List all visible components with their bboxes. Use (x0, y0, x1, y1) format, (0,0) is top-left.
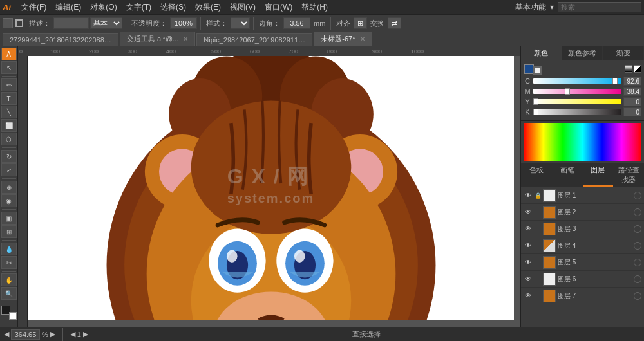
style-select[interactable] (231, 17, 250, 29)
layer-eye-4[interactable]: 👁 (524, 241, 533, 250)
channel-y-input[interactable] (623, 97, 641, 106)
color-spectrum[interactable] (524, 123, 641, 161)
tool-mesh[interactable]: ⊞ (1, 225, 17, 238)
layers-tab-brushes[interactable]: 画笔 (552, 163, 583, 187)
layer-circle-4[interactable] (634, 242, 641, 250)
menu-text[interactable]: 文字(T) (122, 1, 155, 14)
tab-close-3[interactable]: ✕ (360, 35, 365, 42)
zoom-input[interactable] (11, 329, 40, 340)
swap-button[interactable]: ⇄ (388, 17, 401, 29)
layers-tab-pathfinder[interactable]: 路径查找器 (613, 163, 644, 187)
menu-view[interactable]: 视图(V) (226, 1, 260, 14)
tool-zoom[interactable]: 🔍 (1, 287, 17, 300)
canvas-area[interactable]: 0 100 200 300 400 500 600 700 800 900 10… (18, 46, 520, 327)
layer-eye-7[interactable]: 👁 (524, 291, 533, 300)
tool-hand[interactable]: ✋ (1, 273, 17, 286)
layers-tab-swatches[interactable]: 色板 (521, 163, 552, 187)
canvas-document[interactable]: G X / 网 system.com (28, 56, 514, 320)
fill-color-swatch[interactable] (3, 18, 13, 28)
panel-tab-color-ref[interactable]: 颜色参考 (562, 46, 603, 60)
menu-effect[interactable]: 效果(E) (191, 1, 225, 14)
menu-object[interactable]: 对象(O) (86, 1, 120, 14)
channel-k-input[interactable] (623, 107, 641, 116)
layer-circle-2[interactable] (634, 208, 641, 216)
layers-tab-layers[interactable]: 图层 (583, 163, 614, 187)
layer-row-7[interactable]: 👁 图层 7 (521, 288, 644, 304)
layer-row-5[interactable]: 👁 图层 5 (521, 254, 644, 271)
layer-circle-1[interactable] (634, 192, 641, 199)
channel-c-thumb[interactable] (612, 78, 618, 84)
layer-row-6[interactable]: 👁 图层 6 (521, 271, 644, 288)
tool-rect[interactable]: ⬜ (1, 119, 17, 132)
menu-edit[interactable]: 编辑(E) (52, 1, 85, 14)
prev-page-btn[interactable]: ◀ (70, 330, 75, 338)
layer-eye-5[interactable]: 👁 (524, 258, 533, 267)
stroke-color-swatch[interactable] (15, 19, 23, 27)
channel-k-track[interactable] (533, 109, 621, 115)
search-input[interactable] (558, 2, 641, 12)
ruler-top: 0 100 200 300 400 500 600 700 800 900 10… (18, 46, 520, 56)
layer-circle-6[interactable] (634, 275, 641, 283)
layer-row-1[interactable]: 👁 🔒 图层 1 (521, 187, 644, 204)
bg-color[interactable] (9, 312, 17, 320)
menu-select[interactable]: 选择(S) (156, 1, 190, 14)
channel-c-track[interactable] (533, 78, 621, 84)
menu-help[interactable]: 帮助(H) (298, 1, 332, 14)
tool-scale[interactable]: ⤢ (1, 163, 17, 176)
layer-eye-1[interactable]: 👁 (524, 191, 533, 200)
panel-tab-color[interactable]: 颜色 (521, 46, 562, 60)
zoom-out-btn[interactable]: ◀ (4, 330, 9, 338)
tool-paintbrush[interactable]: ⬡ (1, 133, 17, 145)
channel-c-input[interactable] (623, 77, 641, 86)
stroke-input[interactable] (53, 17, 89, 29)
tab-3[interactable]: 未标题-67* ✕ (314, 32, 372, 46)
tool-select[interactable]: A (1, 48, 17, 60)
channel-m-row: M (524, 87, 641, 96)
tool-scissors[interactable]: ✂ (1, 256, 17, 269)
tool-direct-select[interactable]: ↖ (1, 61, 17, 74)
workspace-dropdown-icon[interactable]: ▾ (550, 3, 554, 12)
menu-file[interactable]: 文件(F) (17, 1, 50, 14)
bg-swatch-panel[interactable] (533, 66, 542, 75)
color-swatches[interactable] (1, 306, 17, 320)
menu-window[interactable]: 窗口(W) (261, 1, 296, 14)
layer-circle-5[interactable] (634, 259, 641, 266)
zoom-in-btn[interactable]: ▶ (50, 330, 55, 338)
tool-warp[interactable]: ⊕ (1, 181, 17, 194)
tool-gradient[interactable]: ▣ (1, 212, 17, 225)
layer-lock-1[interactable]: 🔒 (535, 192, 541, 199)
tab-2[interactable]: Nipic_29842067_20190829115417377000.ai* … (196, 33, 312, 46)
tool-line[interactable]: ╲ (1, 106, 17, 118)
tool-type[interactable]: T (1, 92, 17, 105)
opacity-input[interactable] (170, 17, 197, 29)
align-button[interactable]: ⊞ (354, 17, 367, 29)
tool-blend[interactable]: ◉ (1, 194, 17, 207)
tool-rotate[interactable]: ↻ (1, 150, 17, 163)
channel-m-thumb[interactable] (565, 88, 570, 95)
grayscale-icon[interactable] (625, 65, 632, 73)
layer-circle-3[interactable] (634, 225, 641, 233)
tab-0[interactable]: 27299441_20180613220208854088.ai* ✕ (3, 33, 118, 46)
tool-pen[interactable]: ✏ (1, 78, 17, 91)
fg-swatch-panel[interactable] (524, 64, 534, 74)
tab-close-1[interactable]: ✕ (183, 35, 188, 42)
layer-row-4[interactable]: 👁 图层 4 (521, 237, 644, 254)
next-page-btn[interactable]: ▶ (83, 330, 88, 338)
channel-m-track[interactable] (533, 89, 621, 94)
spectrum-icon[interactable] (634, 65, 641, 73)
tool-eyedropper[interactable]: 💧 (1, 243, 17, 255)
layer-eye-6[interactable]: 👁 (524, 275, 533, 284)
channel-y-thumb[interactable] (533, 98, 538, 105)
layer-eye-3[interactable]: 👁 (524, 225, 533, 234)
corner-input[interactable] (283, 17, 310, 29)
panel-tab-gradient[interactable]: 渐变 (603, 46, 644, 60)
channel-y-track[interactable] (533, 99, 621, 104)
channel-k-thumb[interactable] (533, 109, 538, 115)
layer-circle-7[interactable] (634, 292, 641, 300)
channel-m-input[interactable] (623, 87, 641, 96)
layer-row-2[interactable]: 👁 图层 2 (521, 204, 644, 221)
layer-row-3[interactable]: 👁 图层 3 (521, 221, 644, 237)
tab-1[interactable]: 交通工具.ai*@... ✕ (120, 32, 195, 46)
layer-eye-2[interactable]: 👁 (524, 208, 533, 217)
fill-type-select[interactable]: 基本 (90, 17, 122, 29)
